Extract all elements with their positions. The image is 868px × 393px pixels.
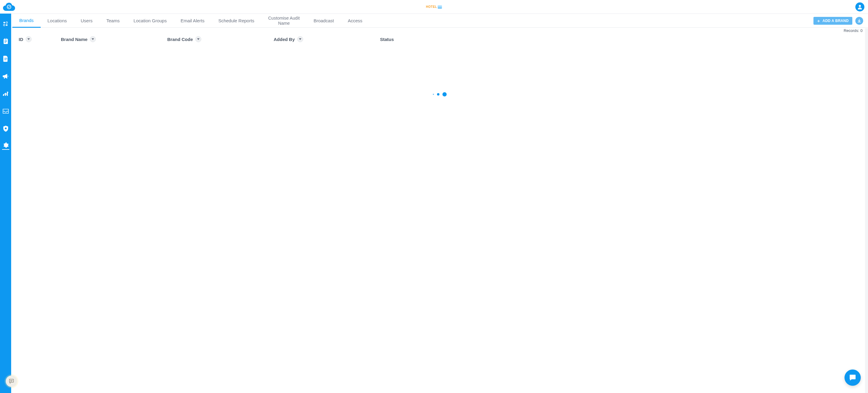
caret-down-icon — [197, 38, 199, 40]
main-content: Brands Locations Users Teams Location Gr… — [11, 13, 868, 393]
tab-customise-audit-name[interactable]: Customise Audit Name — [261, 14, 307, 28]
svg-point-19 — [5, 127, 7, 129]
nav-inbox[interactable] — [2, 108, 9, 115]
tab-label: Locations — [48, 18, 67, 23]
svg-point-3 — [3, 22, 5, 23]
tabstrip-actions: ＋ ADD A BRAND — [813, 14, 868, 27]
tab-users[interactable]: Users — [74, 14, 99, 28]
table-body — [11, 46, 868, 393]
caret-down-icon — [299, 38, 301, 40]
tab-access[interactable]: Access — [341, 14, 369, 28]
records-value: 0 — [861, 28, 863, 33]
tabs-container: Brands Locations Users Teams Location Gr… — [12, 14, 369, 27]
tab-schedule-reports[interactable]: Schedule Reports — [211, 14, 261, 28]
app-logo[interactable] — [2, 3, 16, 11]
add-brand-button-label: ADD A BRAND — [823, 19, 849, 23]
column-header-brand-code: Brand Code — [167, 36, 274, 42]
chart-icon — [3, 91, 9, 96]
tab-label: Users — [81, 18, 93, 23]
dashboard-icon — [3, 21, 9, 27]
add-brand-button[interactable]: ＋ ADD A BRAND — [813, 17, 852, 25]
tenant-logo: HOTEL — [426, 5, 442, 9]
column-label: ID — [19, 37, 23, 42]
loader-dot-icon — [442, 92, 447, 96]
tab-label: Broadcast — [313, 18, 334, 23]
shield-icon — [3, 126, 8, 132]
column-header-status: Status — [380, 37, 862, 42]
inbox-icon — [3, 109, 9, 114]
caret-down-icon — [27, 38, 30, 40]
download-icon — [857, 19, 861, 23]
svg-point-4 — [6, 22, 7, 23]
cloud-check-icon — [2, 3, 16, 11]
tab-label: Location Groups — [133, 18, 167, 23]
side-nav — [0, 13, 11, 393]
tab-locations[interactable]: Locations — [41, 14, 74, 28]
sort-button-brand-code[interactable] — [195, 36, 201, 42]
tab-broadcast[interactable]: Broadcast — [307, 14, 341, 28]
nav-document[interactable] — [2, 55, 9, 62]
loader-dot-icon — [437, 93, 439, 95]
chat-button[interactable] — [844, 369, 861, 386]
column-label: Brand Code — [167, 37, 193, 42]
svg-rect-8 — [4, 38, 7, 39]
user-icon — [857, 4, 863, 10]
tab-label: Customise Audit Name — [268, 16, 300, 26]
tab-location-groups[interactable]: Location Groups — [127, 14, 174, 28]
tenant-logo-text: HOTEL — [426, 5, 437, 8]
nav-dashboard[interactable] — [2, 20, 9, 27]
nav-analytics[interactable] — [2, 90, 9, 97]
table-header: ID Brand Name Brand Code Added By Status — [11, 33, 868, 46]
column-label: Brand Name — [61, 37, 87, 42]
svg-rect-15 — [4, 77, 5, 79]
tab-label: Access — [348, 18, 362, 23]
tab-teams[interactable]: Teams — [99, 14, 127, 28]
nav-settings[interactable] — [2, 143, 9, 150]
loader-dot-icon — [433, 94, 434, 95]
chat-help-icon — [8, 378, 14, 384]
svg-rect-14 — [4, 60, 6, 60]
sort-button-brand-name[interactable] — [90, 36, 96, 42]
svg-rect-11 — [4, 42, 6, 42]
clipboard-icon — [3, 38, 8, 44]
tab-label: Schedule Reports — [218, 18, 254, 23]
svg-rect-12 — [4, 58, 7, 58]
tab-email-alerts[interactable]: Email Alerts — [174, 14, 211, 28]
svg-point-5 — [3, 24, 5, 26]
top-bar: HOTEL — [0, 0, 868, 13]
sort-button-added-by[interactable] — [297, 36, 303, 42]
nav-shield[interactable] — [2, 125, 9, 132]
nav-clipboard[interactable] — [2, 38, 9, 45]
loading-indicator — [433, 92, 447, 96]
tab-strip: Brands Locations Users Teams Location Gr… — [11, 14, 868, 28]
user-avatar-button[interactable] — [855, 2, 864, 11]
records-count: Records: 0 — [11, 28, 868, 33]
document-icon — [3, 56, 8, 62]
help-button[interactable] — [6, 375, 17, 387]
column-header-added-by: Added By — [274, 36, 380, 42]
tab-label: Brands — [19, 18, 34, 23]
records-label: Records: — [844, 28, 861, 33]
sort-button-id[interactable] — [26, 36, 32, 42]
speech-bubble-icon — [849, 374, 857, 382]
tab-brands[interactable]: Brands — [12, 14, 41, 28]
column-header-id: ID — [19, 36, 61, 42]
tab-label: Email Alerts — [181, 18, 204, 23]
column-label: Added By — [274, 37, 295, 42]
caret-down-icon — [92, 38, 94, 40]
nav-broadcast[interactable] — [2, 72, 9, 80]
column-header-brand-name: Brand Name — [61, 36, 167, 42]
svg-point-2 — [859, 5, 861, 7]
tab-label: Teams — [106, 18, 120, 23]
scrollbar[interactable] — [865, 28, 868, 393]
svg-point-6 — [6, 24, 7, 26]
tenant-logo-swatch-icon — [438, 5, 442, 9]
download-button[interactable] — [855, 17, 863, 25]
settings-icon — [3, 142, 9, 148]
svg-rect-13 — [4, 59, 7, 59]
svg-rect-9 — [4, 40, 7, 41]
column-label: Status — [380, 37, 394, 42]
megaphone-icon — [3, 73, 9, 79]
